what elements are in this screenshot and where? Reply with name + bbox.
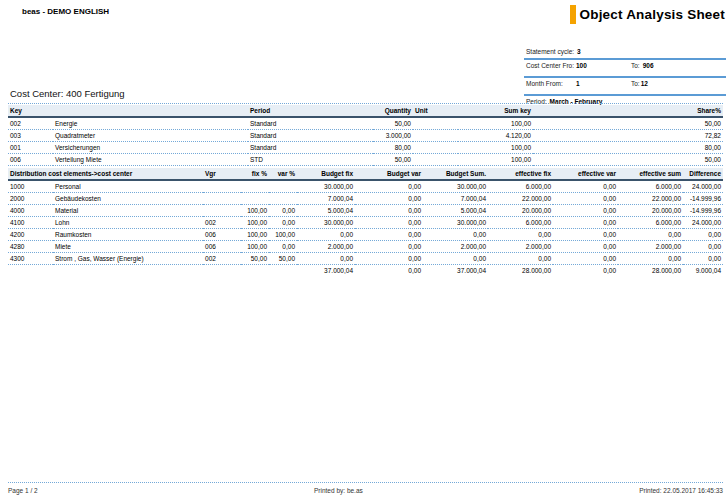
budget-var-cell: 0,00 xyxy=(355,205,423,217)
budget-fix-cell: 30.000,00 xyxy=(297,217,355,229)
account-cell: 2000 xyxy=(8,193,53,205)
page-footer: Page 1 / 2 Printed by: be.as Printed: 22… xyxy=(8,482,723,494)
account-cell xyxy=(8,265,53,277)
effective-var-cell: 0,00 xyxy=(553,205,618,217)
totals-row: 37.000,04 0,00 37.000,04 28.000,00 0,00 … xyxy=(8,265,723,277)
statement-cycle-label: Statement cycle: xyxy=(526,48,574,55)
key-cell: 002 xyxy=(8,117,53,130)
budget-fix-cell: 0,00 xyxy=(297,229,355,241)
name-cell xyxy=(53,265,203,277)
sum-key-header: Sum key xyxy=(458,105,533,117)
report-title: Object Analysis Sheet xyxy=(579,7,725,22)
effective-sum-cell: 0,00 xyxy=(618,253,683,265)
account-cell: 4280 xyxy=(8,241,53,253)
budget-sum-cell: 30.000,00 xyxy=(423,217,488,229)
total-budget-sum: 37.000,04 xyxy=(423,265,488,277)
effective-fix-cell: 0,00 xyxy=(488,253,553,265)
account-cell: 4300 xyxy=(8,253,53,265)
vgr-cell xyxy=(203,265,241,277)
report-title-block: Object Analysis Sheet xyxy=(570,5,725,24)
var-pct-cell: 100,00 xyxy=(269,229,297,241)
effective-fix-header: effective fix xyxy=(488,168,553,180)
cost-center-heading: Cost Center: 400 Fertigung xyxy=(8,88,723,99)
budget-sum-header: Budget Sum. xyxy=(423,168,488,180)
difference-cell: -14.999,96 xyxy=(683,205,723,217)
difference-header: Difference xyxy=(683,168,723,180)
total-difference: 9.000,04 xyxy=(683,265,723,277)
budget-var-cell: 0,00 xyxy=(355,241,423,253)
table-row: 001 Versicherungen Standard 80,00 100,00… xyxy=(8,142,723,154)
account-cell: 4100 xyxy=(8,217,53,229)
budget-fix-cell: 2.000,00 xyxy=(297,241,355,253)
total-effective-fix: 28.000,00 xyxy=(488,265,553,277)
name-cell: Lohn xyxy=(53,217,203,229)
effective-fix-cell: 0,00 xyxy=(488,229,553,241)
unit-cell xyxy=(413,117,458,130)
effective-fix-cell: 22.000,00 xyxy=(488,193,553,205)
cost-center-from-value: 100 xyxy=(576,62,631,69)
fix-pct-cell: 100,00 xyxy=(241,241,269,253)
name-cell: Material xyxy=(53,205,203,217)
budget-sum-cell: 7.000,04 xyxy=(423,193,488,205)
distribution-section-header: Distribution cost elements->cost center xyxy=(8,168,203,180)
period-cell: STD xyxy=(248,154,373,166)
unit-header: Unit xyxy=(413,105,458,117)
difference-cell: 0,00 xyxy=(683,241,723,253)
page-indicator: Page 1 / 2 xyxy=(8,487,38,494)
var-pct-cell: 0,00 xyxy=(269,241,297,253)
fix-pct-cell xyxy=(241,180,269,193)
quantity-header: Quantity xyxy=(373,105,413,117)
quantity-cell: 80,00 xyxy=(373,142,413,154)
sum-key-cell: 100,00 xyxy=(458,154,533,166)
name-cell: Versicherungen xyxy=(53,142,248,154)
budget-fix-cell: 0,00 xyxy=(297,253,355,265)
budget-var-cell: 0,00 xyxy=(355,229,423,241)
share-cell: 50,00 xyxy=(533,154,723,166)
fix-pct-cell: 50,00 xyxy=(241,253,269,265)
fix-pct-cell: 100,00 xyxy=(241,229,269,241)
effective-sum-cell: 20.000,00 xyxy=(618,205,683,217)
difference-cell: 0,00 xyxy=(683,253,723,265)
sum-key-cell: 100,00 xyxy=(458,142,533,154)
report-body: Cost Center: 400 Fertigung Key Period Qu… xyxy=(8,88,723,276)
share-cell: 80,00 xyxy=(533,142,723,154)
key-cell: 006 xyxy=(8,154,53,166)
name-cell: Quadratmeter xyxy=(53,130,248,142)
vgr-cell: 002 xyxy=(203,217,241,229)
vgr-cell: 006 xyxy=(203,241,241,253)
key-cell: 003 xyxy=(8,130,53,142)
var-pct-header: var % xyxy=(269,168,297,180)
budget-sum-cell: 0,00 xyxy=(423,229,488,241)
cost-center-range-row: Cost Center Fro: 100 To: 906 xyxy=(524,60,726,78)
budget-sum-cell: 2.000,00 xyxy=(423,241,488,253)
name-cell: Energie xyxy=(53,117,248,130)
table-row: 006 Verteilung Miete STD 50,00 100,00 50… xyxy=(8,154,723,166)
unit-cell xyxy=(413,142,458,154)
fix-pct-cell xyxy=(241,193,269,205)
total-budget-var: 0,00 xyxy=(355,265,423,277)
effective-var-cell: 0,00 xyxy=(553,217,618,229)
quantity-cell: 50,00 xyxy=(373,117,413,130)
var-pct-cell: 50,00 xyxy=(269,253,297,265)
table-row: 4300 Strom , Gas, Wasser (Energie) 002 5… xyxy=(8,253,723,265)
name-cell: Strom , Gas, Wasser (Energie) xyxy=(53,253,203,265)
share-header: Share% xyxy=(533,105,723,117)
quantity-cell: 3.000,00 xyxy=(373,130,413,142)
account-cell: 4200 xyxy=(8,229,53,241)
share-cell: 50,00 xyxy=(533,117,723,130)
name-cell: Gebäudekosten xyxy=(53,193,203,205)
account-cell: 1000 xyxy=(8,180,53,193)
name-cell: Miete xyxy=(53,241,203,253)
var-pct-cell xyxy=(269,193,297,205)
effective-var-cell: 0,00 xyxy=(553,253,618,265)
effective-var-header: effective var xyxy=(553,168,618,180)
statement-cycle-value: 3 xyxy=(577,48,581,55)
difference-cell: 0,00 xyxy=(683,229,723,241)
effective-fix-cell: 6.000,00 xyxy=(488,217,553,229)
app-title: beas - DEMO ENGLISH xyxy=(22,7,109,16)
month-from-label: Month From: xyxy=(526,80,576,87)
period-cell: Standard xyxy=(248,130,373,142)
name-cell: Personal xyxy=(53,180,203,193)
budget-sum-cell: 5.000,04 xyxy=(423,205,488,217)
budget-fix-cell: 7.000,04 xyxy=(297,193,355,205)
